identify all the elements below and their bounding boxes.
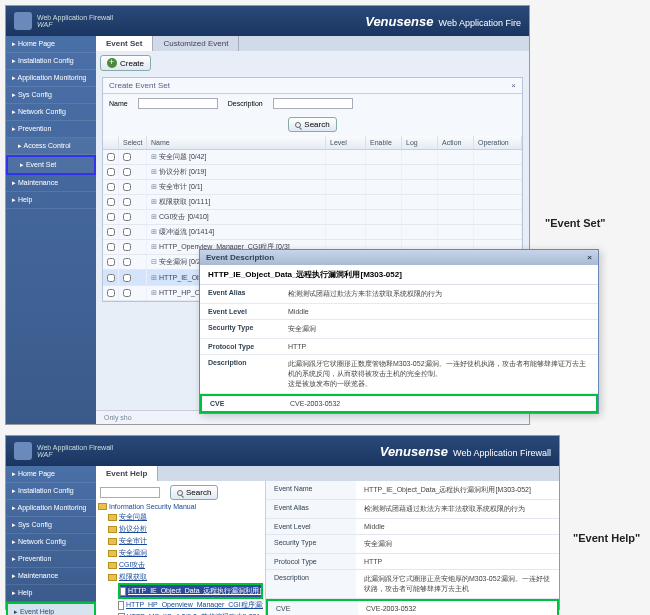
sidebar-item-sys-config[interactable]: ▸ Sys Config	[6, 517, 96, 534]
prop-key: Description	[200, 355, 280, 393]
col-name[interactable]: Name	[147, 136, 326, 149]
name-label: Name	[109, 100, 128, 107]
tree-toggle-icon[interactable]: ⊞	[151, 213, 157, 221]
tree-toggle-icon[interactable]: ⊞	[151, 198, 157, 206]
row-select[interactable]	[123, 274, 131, 282]
row-select[interactable]	[123, 198, 131, 206]
sidebar-item-prevention[interactable]: ▸ Prevention	[6, 551, 96, 568]
screenshot-event-set: Web Application Firewall WAF Venusense W…	[5, 5, 530, 425]
col-operation[interactable]: Operation	[474, 136, 522, 149]
search-button[interactable]: Search	[288, 117, 336, 132]
logo-text-1: Web Application Firewall	[37, 14, 113, 21]
sidebar-item-application-monitoring[interactable]: ▸ Application Monitoring	[6, 500, 96, 517]
row-select[interactable]	[123, 213, 131, 221]
tree-search-input[interactable]	[100, 487, 160, 498]
row-checkbox[interactable]	[107, 213, 115, 221]
tree-folder[interactable]: 安全漏洞	[108, 547, 263, 559]
tree-folder[interactable]: 协议分析	[108, 523, 263, 535]
row-select[interactable]	[123, 183, 131, 191]
dialog-close-icon[interactable]: ×	[587, 253, 592, 262]
table-row[interactable]: ⊞安全问题 [0/42]	[103, 150, 522, 165]
sidebar-item-installation-config[interactable]: ▸ Installation Config	[6, 53, 96, 70]
sidebar-item-home-page[interactable]: ▸ Home Page	[6, 466, 96, 483]
col-select[interactable]: Select	[119, 136, 147, 149]
row-checkbox[interactable]	[107, 153, 115, 161]
sidebar: ▸ Home Page▸ Installation Config▸ Applic…	[6, 466, 96, 609]
sidebar-item-help[interactable]: ▸ Help	[6, 585, 96, 602]
tree-search-button[interactable]: Search	[170, 485, 218, 500]
tree-toggle-icon[interactable]: ⊞	[151, 153, 157, 161]
tree-label: 协议分析	[119, 524, 147, 534]
sidebar-item-installation-config[interactable]: ▸ Installation Config	[6, 483, 96, 500]
tree-folder[interactable]: CGI攻击	[108, 559, 263, 571]
row-enable	[366, 180, 402, 194]
sidebar-item-maintenance[interactable]: ▸ Maintenance	[6, 175, 96, 192]
tab-customized-event[interactable]: Customized Event	[153, 36, 239, 51]
tab-event-help[interactable]: Event Help	[96, 466, 158, 481]
row-select[interactable]	[123, 153, 131, 161]
table-row[interactable]: ⊞缓冲溢流 [0/1414]	[103, 225, 522, 240]
col-action[interactable]: Action	[438, 136, 474, 149]
row-checkbox[interactable]	[107, 183, 115, 191]
row-select[interactable]	[123, 168, 131, 176]
tree-label: 权限获取	[119, 572, 147, 582]
row-checkbox[interactable]	[107, 289, 115, 297]
col-level[interactable]: Level	[326, 136, 366, 149]
tree-doc[interactable]: HTTP_IE_Object_Data_远程执行漏洞利用[M303-052]	[118, 583, 263, 599]
prop-key: Event Alias	[200, 285, 280, 303]
table-row[interactable]: ⊞权限获取 [0/111]	[103, 195, 522, 210]
sidebar-item-help[interactable]: ▸ Help	[6, 192, 96, 209]
desc-input[interactable]	[273, 98, 353, 109]
sidebar-item-access-control[interactable]: ▸ Access Control	[6, 138, 96, 155]
row-select[interactable]	[123, 243, 131, 251]
row-checkbox[interactable]	[107, 243, 115, 251]
sidebar-item-network-config[interactable]: ▸ Network Config	[6, 104, 96, 121]
row-select[interactable]	[123, 289, 131, 297]
prop-key: Protocol Type	[200, 339, 280, 354]
row-checkbox[interactable]	[107, 274, 115, 282]
close-icon[interactable]: ×	[511, 81, 516, 90]
tree-toggle-icon[interactable]: ⊞	[151, 289, 157, 297]
row-checkbox[interactable]	[107, 198, 115, 206]
tree-toggle-icon[interactable]: ⊞	[151, 274, 157, 282]
sidebar-item-home-page[interactable]: ▸ Home Page	[6, 36, 96, 53]
app-header: Web Application Firewall WAF Venusense W…	[6, 6, 529, 36]
create-button[interactable]: Create	[100, 55, 151, 71]
tree-folder[interactable]: 安全审计	[108, 535, 263, 547]
tabs: Event SetCustomized Event	[96, 36, 529, 51]
row-select[interactable]	[123, 228, 131, 236]
sidebar-item-prevention[interactable]: ▸ Prevention	[6, 121, 96, 138]
sidebar-item-event-set[interactable]: ▸ Event Set	[6, 155, 96, 175]
sidebar-item-sys-config[interactable]: ▸ Sys Config	[6, 87, 96, 104]
sidebar-item-event-help[interactable]: ▸ Event Help	[6, 602, 96, 615]
table-row[interactable]: ⊞CGI攻击 [0/410]	[103, 210, 522, 225]
row-select[interactable]	[123, 258, 131, 266]
row-checkbox[interactable]	[107, 258, 115, 266]
tree-toggle-icon[interactable]: ⊞	[151, 183, 157, 191]
row-checkbox[interactable]	[107, 228, 115, 236]
tree-folder[interactable]: Information Security Manual	[98, 502, 263, 511]
tree-toggle-icon[interactable]: ⊟	[151, 258, 157, 266]
tab-event-set[interactable]: Event Set	[96, 36, 153, 51]
tree-toggle-icon[interactable]: ⊞	[151, 228, 157, 236]
sidebar-item-maintenance[interactable]: ▸ Maintenance	[6, 568, 96, 585]
tree-doc[interactable]: HTTP_MS_IIS_4.0/5.0_某些编码攻击[L001-020]	[118, 611, 263, 615]
col-log[interactable]: Log	[402, 136, 438, 149]
desc-label: Description	[228, 100, 263, 107]
tree-folder[interactable]: 安全问题	[108, 511, 263, 523]
tree-toggle-icon[interactable]: ⊞	[151, 243, 157, 251]
plus-icon	[107, 58, 117, 68]
tree-folder[interactable]: 权限获取	[108, 571, 263, 583]
sidebar-item-application-monitoring[interactable]: ▸ Application Monitoring	[6, 70, 96, 87]
name-input[interactable]	[138, 98, 218, 109]
folder-icon	[108, 574, 117, 581]
col-enable[interactable]: Enable	[366, 136, 402, 149]
table-row[interactable]: ⊞协议分析 [0/19]	[103, 165, 522, 180]
row-checkbox[interactable]	[107, 168, 115, 176]
sidebar-item-network-config[interactable]: ▸ Network Config	[6, 534, 96, 551]
tree-doc[interactable]: HTTP_HP_Openview_Manager_CGI程序漏洞[L001-01…	[118, 599, 263, 611]
tree-toggle-icon[interactable]: ⊞	[151, 168, 157, 176]
table-row[interactable]: ⊞安全审计 [0/1]	[103, 180, 522, 195]
row-log	[402, 210, 438, 224]
prop-value: HTTP	[280, 339, 598, 354]
